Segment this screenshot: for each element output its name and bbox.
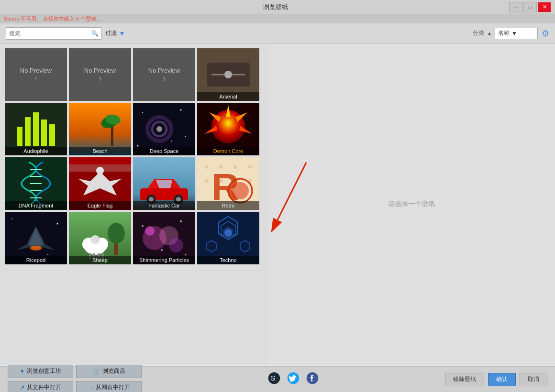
open-url-button[interactable]: → 从网页中打开	[76, 381, 142, 392]
wallpaper-item-sheep[interactable]: Sheep	[69, 212, 131, 264]
social-links: S	[146, 371, 440, 388]
svg-rect-5	[17, 127, 22, 146]
svg-rect-8	[41, 120, 47, 146]
toolbar: 🔍 过滤 ▼ 分类 ▲ 名称 ▼ ⚙	[0, 23, 555, 44]
wallpaper-item-arsenal[interactable]: Arsenal	[197, 48, 259, 101]
browse-store-button[interactable]: 🛒 浏览商店	[76, 365, 142, 378]
wallpaper-item-beach[interactable]: Beach	[69, 103, 131, 155]
browse-workshop-label: 浏览创意工坊	[27, 367, 61, 375]
filter-label: 过滤	[105, 29, 117, 37]
svg-point-61	[57, 223, 58, 225]
svg-point-60	[11, 218, 12, 219]
svg-rect-38	[69, 157, 131, 164]
steam-header: Steam 不可用。 从现在中载入 0 个壁纸。	[0, 14, 555, 23]
store-icon: 🛒	[93, 368, 100, 375]
workshop-icon: ✦	[20, 368, 25, 375]
wallpaper-item-no3[interactable]: No Preview 1	[133, 48, 195, 101]
sort-dropdown-arrow: ▼	[511, 30, 517, 37]
sheep-label: Sheep	[69, 256, 131, 264]
open-url-label: 从网页中打开	[96, 383, 130, 392]
sort-arrow: ▲	[487, 31, 492, 36]
svg-point-50	[248, 165, 252, 169]
svg-point-90	[224, 229, 232, 237]
arsenal-label: Arsenal	[197, 92, 259, 101]
wallpaper-grid-container: No Preview 1 No Preview 1 No Preview 1	[0, 44, 268, 365]
no-preview-text: No Preview	[20, 67, 52, 74]
wallpaper-item-dna[interactable]: DNA Fragment	[5, 157, 67, 210]
wallpaper-item-eagle[interactable]: Eagle Flag	[69, 157, 131, 210]
no-preview-text-2: No Preview	[84, 67, 116, 74]
wallpaper-item-audiophile[interactable]: Audiophile	[5, 103, 67, 155]
wallpaper-item-ricepod[interactable]: Ricepod	[5, 212, 67, 264]
wallpaper-item-retro[interactable]: R Retro	[197, 157, 259, 210]
wallpaper-grid: No Preview 1 No Preview 1 No Preview 1	[5, 48, 263, 264]
action-buttons: 移除壁纸 确认 取消	[445, 373, 547, 386]
title-bar: 浏览壁纸 — □ ✕	[0, 0, 555, 14]
svg-rect-9	[49, 124, 55, 146]
svg-point-82	[161, 249, 163, 251]
sort-section: 分类 ▲ 名称 ▼	[473, 28, 538, 39]
search-button[interactable]: 🔍	[89, 27, 101, 40]
car-label: Fantastic Car	[133, 201, 195, 210]
wallpaper-item-no1[interactable]: No Preview 1	[5, 48, 67, 101]
file-icon: ↗	[20, 384, 25, 391]
maximize-button[interactable]: □	[523, 2, 537, 12]
browse-workshop-button[interactable]: ✦ 浏览创意工坊	[8, 365, 73, 378]
confirm-button[interactable]: 确认	[488, 373, 516, 386]
svg-point-65	[108, 223, 125, 244]
remove-wallpaper-button[interactable]: 移除壁纸	[445, 373, 484, 386]
svg-point-79	[145, 226, 155, 236]
svg-point-80	[142, 225, 144, 227]
wallpaper-item-techno[interactable]: Techno	[197, 212, 259, 264]
url-icon: →	[88, 384, 94, 391]
wallpaper-item-no2[interactable]: No Preview 1	[69, 48, 131, 101]
close-button[interactable]: ✕	[538, 2, 551, 12]
search-box: 🔍	[6, 27, 101, 40]
browse-store-label: 浏览商店	[102, 367, 125, 375]
beach-label: Beach	[69, 147, 131, 155]
svg-rect-6	[25, 117, 31, 146]
wallpaper-item-shimmering[interactable]: Shimmering Particles	[133, 212, 195, 264]
window-controls: — □ ✕	[509, 2, 551, 12]
search-input[interactable]	[6, 30, 89, 37]
svg-point-20	[171, 141, 172, 142]
sort-label: 分类	[473, 29, 484, 37]
preview-placeholder: 请选择一个壁纸	[388, 200, 435, 208]
bottom-left-buttons: ✦ 浏览创意工坊 🛒 浏览商店 ↗ 从文件中打开 → 从网页中打开	[8, 365, 142, 392]
demoncore-label: Demon Core	[197, 147, 259, 155]
sort-dropdown[interactable]: 名称 ▼	[495, 28, 538, 39]
filter-section[interactable]: 过滤 ▼	[105, 29, 125, 37]
shimmering-label: Shimmering Particles	[133, 256, 195, 264]
no-preview-text-3: No Preview	[148, 67, 180, 74]
svg-point-78	[169, 238, 183, 252]
svg-point-19	[180, 109, 182, 111]
svg-point-81	[180, 220, 182, 222]
minimize-button[interactable]: —	[509, 2, 522, 12]
twitter-icon[interactable]	[287, 371, 300, 388]
ricepod-label: Ricepod	[5, 256, 67, 264]
cancel-label: 取消	[528, 375, 539, 383]
open-file-label: 从文件中打开	[27, 383, 61, 392]
svg-point-21	[185, 136, 186, 137]
cancel-button[interactable]: 取消	[520, 373, 547, 386]
facebook-icon[interactable]	[306, 371, 319, 388]
window-title: 浏览壁纸	[42, 3, 509, 11]
svg-point-17	[156, 126, 162, 132]
steam-social-icon[interactable]: S	[267, 371, 281, 388]
eagle-label: Eagle Flag	[69, 201, 131, 210]
open-file-button[interactable]: ↗ 从文件中打开	[8, 381, 73, 392]
svg-point-59	[30, 246, 42, 250]
wallpaper-item-car[interactable]: Fantastic Car	[133, 157, 195, 210]
wallpaper-item-demoncore[interactable]: Demon Core	[197, 103, 259, 155]
svg-point-51	[205, 179, 209, 183]
svg-point-3	[224, 71, 232, 78]
svg-point-47	[205, 165, 209, 169]
svg-rect-39	[69, 164, 131, 172]
svg-point-18	[142, 112, 143, 113]
wallpaper-item-deepspace[interactable]: Deep Space	[133, 103, 195, 155]
svg-rect-7	[33, 112, 39, 146]
audiophile-label: Audiophile	[5, 147, 67, 155]
settings-icon[interactable]: ⚙	[542, 28, 549, 39]
svg-point-70	[90, 235, 100, 244]
preview-panel: 请选择一个壁纸	[268, 44, 555, 365]
